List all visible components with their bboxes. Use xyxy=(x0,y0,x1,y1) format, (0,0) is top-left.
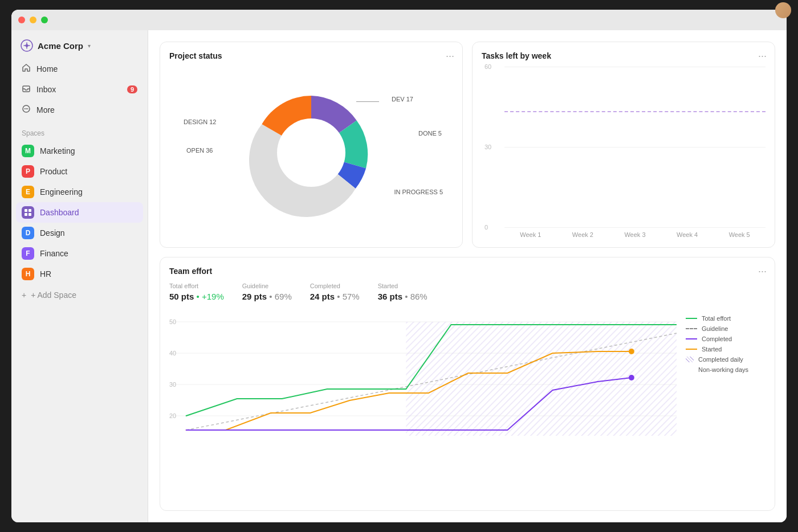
sidebar-item-finance[interactable]: F Finance xyxy=(16,243,143,264)
open-label: OPEN 36 xyxy=(186,147,213,154)
project-status-title: Project status xyxy=(169,51,453,60)
bar-chart: 60 30 0 xyxy=(482,67,766,238)
chevron-down-icon: ▾ xyxy=(88,43,91,49)
svg-text:20: 20 xyxy=(169,412,176,419)
design-label: DESIGN 12 xyxy=(184,118,216,125)
close-button[interactable] xyxy=(18,17,25,23)
svg-point-6 xyxy=(27,108,28,109)
app-window: Acme Corp ▾ Home Inbox 9 xyxy=(11,10,787,522)
legend-completed-daily-label: Completed daily xyxy=(698,356,743,363)
svg-point-24 xyxy=(629,375,634,380)
add-space-label: + Add Space xyxy=(31,290,76,300)
inbox-badge: 9 xyxy=(127,85,137,93)
space-label: Dashboard xyxy=(40,208,79,217)
svg-text:30: 30 xyxy=(169,381,176,388)
company-header[interactable]: Acme Corp ▾ xyxy=(11,30,148,56)
engineering-avatar: E xyxy=(22,186,34,198)
team-effort-menu[interactable]: ··· xyxy=(758,265,767,277)
week2-label: Week 2 xyxy=(557,231,609,238)
tasks-menu[interactable]: ··· xyxy=(758,50,767,62)
legend-started: Started xyxy=(686,346,766,353)
started-stat: Started 36 pts • 86% xyxy=(378,283,427,301)
dev-line xyxy=(356,101,379,102)
chart-legend: Total effort Guideline Completed St xyxy=(686,310,766,438)
started-label: Started xyxy=(378,283,427,289)
tasks-by-week-card: Tasks left by week ··· 60 30 0 xyxy=(472,42,775,248)
legend-completed-label: Completed xyxy=(702,335,732,342)
week4-label: Week 4 xyxy=(661,231,714,238)
dev-label: DEV 17 xyxy=(392,96,413,103)
started-value: 36 pts • 86% xyxy=(378,292,427,301)
sidebar-item-more[interactable]: More xyxy=(16,100,143,120)
marketing-avatar: M xyxy=(22,145,34,157)
legend-hatch-box xyxy=(686,357,694,362)
project-status-card: Project status ··· xyxy=(160,42,463,248)
sidebar-item-product[interactable]: P Product xyxy=(16,161,143,182)
y-label-0: 0 xyxy=(484,224,488,231)
legend-non-working-label: Non-working days xyxy=(698,366,748,373)
dashboard-icon xyxy=(22,206,34,219)
maximize-button[interactable] xyxy=(41,17,48,23)
sidebar-item-inbox[interactable]: Inbox 9 xyxy=(16,79,143,100)
total-effort-label: Total effort xyxy=(169,283,224,289)
project-status-menu[interactable]: ··· xyxy=(446,50,454,62)
legend-started-line xyxy=(686,349,697,350)
week1-label: Week 1 xyxy=(504,231,557,238)
svg-rect-7 xyxy=(25,209,27,212)
svg-point-5 xyxy=(26,108,27,109)
logo-icon xyxy=(21,39,33,52)
bar-chart-area: 60 30 0 xyxy=(482,67,766,228)
sidebar-item-engineering[interactable]: E Engineering xyxy=(16,182,143,202)
effort-stats: Total effort 50 pts • +19% Guideline 29 … xyxy=(169,283,766,301)
pie-labels: DEV 17 DONE 5 IN PROGRESS 5 OPEN 36 DESI… xyxy=(169,67,453,238)
week3-label: Week 3 xyxy=(609,231,661,238)
sidebar-item-label: Home xyxy=(36,64,58,73)
minimize-button[interactable] xyxy=(30,17,36,23)
total-effort-value: 50 pts • +19% xyxy=(169,292,224,301)
legend-completed-line xyxy=(686,338,697,339)
legend-guideline-dash xyxy=(686,328,697,329)
main-content: Project status ··· xyxy=(148,30,787,522)
chart-grid: 60 30 0 xyxy=(504,67,766,228)
svg-point-1 xyxy=(26,44,28,47)
space-label: Product xyxy=(40,167,67,176)
guideline-stat: Guideline 29 pts • 69% xyxy=(242,283,292,301)
legend-completed: Completed xyxy=(686,335,766,342)
completed-stat: Completed 24 pts • 57% xyxy=(310,283,360,301)
legend-none xyxy=(686,367,694,373)
product-avatar: P xyxy=(22,165,34,178)
svg-point-4 xyxy=(25,108,26,109)
svg-text:40: 40 xyxy=(169,350,176,357)
legend-guideline-label: Guideline xyxy=(702,325,728,332)
pie-chart: DEV 17 DONE 5 IN PROGRESS 5 OPEN 36 DESI… xyxy=(169,67,453,238)
spaces-label: Spaces xyxy=(11,122,148,141)
svg-rect-8 xyxy=(28,209,31,212)
plus-icon: + xyxy=(22,290,26,300)
legend-guideline: Guideline xyxy=(686,325,766,332)
sidebar-item-design[interactable]: D Design xyxy=(16,223,143,243)
home-icon xyxy=(22,63,31,75)
bar-labels: Week 1 Week 2 Week 3 Week 4 Week 5 xyxy=(482,231,766,238)
legend-total-effort-line xyxy=(686,318,697,319)
y-label-60: 60 xyxy=(484,63,491,70)
sidebar-item-marketing[interactable]: M Marketing xyxy=(16,141,143,161)
total-effort-stat: Total effort 50 pts • +19% xyxy=(169,283,224,301)
line-chart-wrapper: 50 40 30 20 xyxy=(169,310,766,438)
sidebar-item-home[interactable]: Home xyxy=(16,59,143,79)
sidebar-nav: Home Inbox 9 More xyxy=(11,56,148,122)
svg-point-23 xyxy=(629,349,634,354)
done-label: DONE 5 xyxy=(418,130,442,137)
sidebar-item-dashboard[interactable]: Dashboard xyxy=(16,202,143,223)
space-label: Marketing xyxy=(40,146,75,155)
legend-total-effort: Total effort xyxy=(686,315,766,322)
sidebar-item-hr[interactable]: H HR xyxy=(16,264,143,284)
user-avatar[interactable] xyxy=(775,10,787,18)
svg-rect-9 xyxy=(25,213,27,216)
guideline-value: 29 pts • 69% xyxy=(242,292,292,301)
total-effort-change: • xyxy=(197,292,202,301)
completed-label: Completed xyxy=(310,283,360,289)
space-label: Engineering xyxy=(40,187,83,197)
in-progress-label: IN PROGRESS 5 xyxy=(394,189,443,195)
svg-text:50: 50 xyxy=(169,318,176,325)
add-space-button[interactable]: + + Add Space xyxy=(11,287,148,304)
